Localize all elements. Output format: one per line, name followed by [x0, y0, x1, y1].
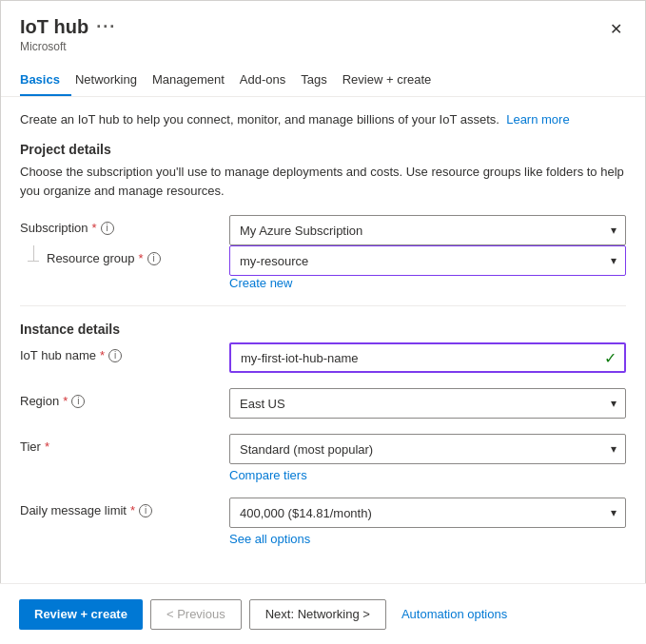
region-label-area: Region * i [20, 388, 229, 408]
subscription-row: Subscription * i My Azure Subscription ▾ [20, 215, 626, 245]
region-label: Region [20, 394, 59, 408]
region-required: * [63, 394, 68, 408]
tab-management[interactable]: Management [152, 65, 236, 96]
automation-options-button[interactable]: Automation options [394, 601, 515, 627]
iot-hub-name-control: ✓ [229, 342, 626, 373]
description-text: Create an IoT hub to help you connect, m… [20, 112, 626, 127]
see-all-options-link[interactable]: See all options [229, 532, 626, 546]
tab-basics[interactable]: Basics [20, 65, 71, 96]
compare-tiers-link[interactable]: Compare tiers [229, 468, 626, 482]
footer: Review + create < Previous Next: Network… [0, 583, 646, 644]
iot-hub-name-input[interactable] [229, 342, 626, 373]
review-create-button[interactable]: Review + create [19, 599, 143, 630]
divider-1 [20, 305, 626, 306]
rg-control: my-resource ▾ Create new [229, 245, 626, 290]
resource-group-section: Resource group * i my-resource ▾ Create … [20, 245, 626, 290]
resource-group-row-wrapper: Resource group * i my-resource ▾ Create … [20, 245, 626, 290]
dialog-subtitle: Microsoft [20, 40, 116, 53]
iot-hub-name-required: * [100, 348, 105, 362]
project-details-desc: Choose the subscription you'll use to ma… [20, 163, 626, 200]
tab-bar: Basics Networking Management Add-ons Tag… [1, 65, 645, 97]
region-control: East US ▾ [229, 388, 626, 419]
rg-info-icon[interactable]: i [147, 252, 161, 265]
iot-hub-name-info-icon[interactable]: i [108, 349, 122, 362]
title-text: IoT hub [20, 16, 88, 38]
tier-select-wrapper: Standard (most popular) ▾ [229, 434, 626, 464]
tab-addons[interactable]: Add-ons [240, 65, 297, 96]
instance-details-title: Instance details [20, 322, 626, 337]
iot-hub-name-row: IoT hub name * i ✓ [20, 342, 626, 373]
region-select[interactable]: East US [229, 388, 626, 419]
tab-review-create[interactable]: Review + create [343, 65, 443, 96]
rg-label-area: Resource group * i [47, 245, 161, 265]
subscription-select-wrapper: My Azure Subscription ▾ [229, 215, 626, 245]
daily-message-limit-info-icon[interactable]: i [139, 504, 152, 517]
tier-label-area: Tier * [20, 434, 229, 454]
daily-message-limit-label: Daily message limit [20, 503, 127, 517]
title-area: IoT hub ··· Microsoft [20, 16, 116, 53]
rg-label-col: Resource group * i [20, 245, 229, 265]
iot-hub-name-label: IoT hub name [20, 348, 96, 362]
daily-message-limit-select[interactable]: 400,000 ($14.81/month) [229, 498, 626, 528]
learn-more-link[interactable]: Learn more [506, 112, 569, 127]
content-area: Create an IoT hub to help you connect, m… [1, 97, 645, 566]
daily-message-limit-required: * [130, 503, 135, 517]
tier-label: Tier [20, 439, 41, 454]
create-new-link[interactable]: Create new [229, 276, 292, 290]
tab-tags[interactable]: Tags [301, 65, 338, 96]
iot-hub-name-input-wrapper: ✓ [229, 342, 626, 373]
daily-message-limit-label-area: Daily message limit * i [20, 498, 229, 517]
tier-required: * [45, 439, 49, 454]
daily-message-limit-row: Daily message limit * i 400,000 ($14.81/… [20, 498, 626, 546]
subscription-required: * [92, 221, 97, 235]
region-row: Region * i East US ▾ [20, 388, 626, 419]
iot-hub-name-label-area: IoT hub name * i [20, 342, 229, 362]
tab-networking[interactable]: Networking [75, 65, 148, 96]
iot-hub-name-valid-icon: ✓ [604, 349, 617, 367]
subscription-select[interactable]: My Azure Subscription [229, 215, 626, 245]
project-details-title: Project details [20, 142, 626, 157]
subscription-info-icon[interactable]: i [101, 222, 114, 235]
subscription-label-area: Subscription * i [20, 215, 229, 235]
region-select-wrapper: East US ▾ [229, 388, 626, 419]
resource-group-label: Resource group [47, 251, 135, 265]
dialog-title: IoT hub ··· [20, 16, 116, 38]
subscription-control: My Azure Subscription ▾ [229, 215, 626, 245]
daily-message-limit-select-wrapper: 400,000 ($14.81/month) ▾ [229, 498, 626, 528]
tier-control: Standard (most popular) ▾ Compare tiers [229, 434, 626, 482]
dialog-header: IoT hub ··· Microsoft ✕ [1, 1, 645, 57]
close-button[interactable]: ✕ [606, 16, 626, 42]
daily-message-limit-control: 400,000 ($14.81/month) ▾ See all options [229, 498, 626, 546]
next-button[interactable]: Next: Networking > [249, 599, 386, 630]
subscription-label: Subscription [20, 221, 88, 235]
title-dots: ··· [96, 17, 116, 37]
previous-button[interactable]: < Previous [150, 599, 242, 630]
rg-select-wrapper: my-resource ▾ [229, 245, 626, 276]
region-info-icon[interactable]: i [71, 395, 85, 408]
resource-group-select[interactable]: my-resource [229, 245, 626, 276]
rg-required: * [139, 251, 144, 265]
tier-row: Tier * Standard (most popular) ▾ Compare… [20, 434, 626, 482]
tier-select[interactable]: Standard (most popular) [229, 434, 626, 464]
